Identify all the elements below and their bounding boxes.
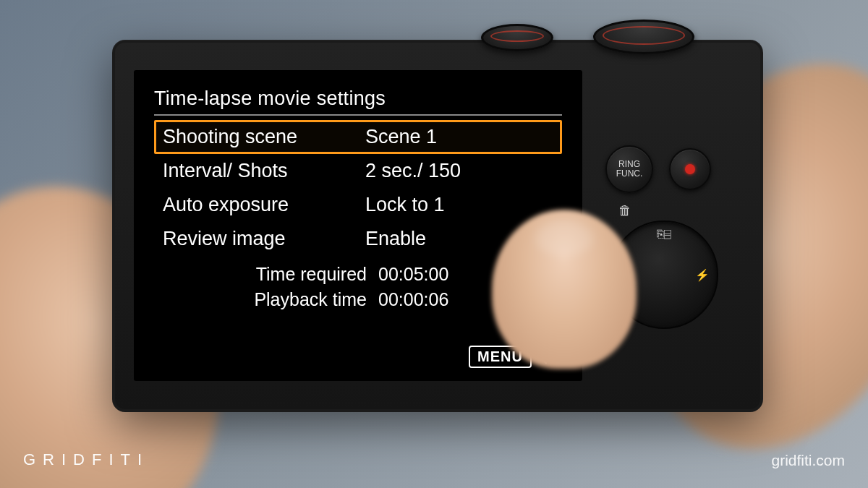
summary-label: Time required: [154, 264, 378, 285]
watermark-brand: GRIDFITI: [23, 450, 149, 469]
menu-item-interval-shots[interactable]: Interval/ Shots 2 sec./ 150: [154, 154, 562, 188]
mode-dial-small[interactable]: [481, 24, 553, 51]
summary-value: 00:05:00: [378, 264, 448, 285]
menu-item-label: Auto exposure: [163, 194, 365, 216]
menu-item-auto-exposure[interactable]: Auto exposure Lock to 1: [154, 188, 562, 222]
menu-item-value: Lock to 1: [365, 194, 553, 216]
watermark-url: gridfiti.com: [771, 452, 845, 469]
menu-item-value: 2 sec./ 150: [365, 160, 553, 182]
camera-body: Time-lapse movie settings Shooting scene…: [112, 40, 763, 412]
menu-title: Time-lapse movie settings: [154, 87, 562, 116]
mode-dial-large[interactable]: [593, 20, 694, 54]
wheel-top-icon: ⎘⌸: [657, 228, 671, 241]
ring-func-label: RING FUNC.: [616, 160, 643, 179]
summary-value: 00:00:06: [378, 289, 448, 310]
menu-item-label: Interval/ Shots: [163, 160, 365, 182]
menu-item-value: Scene 1: [365, 126, 553, 148]
record-button[interactable]: [669, 148, 711, 190]
trash-icon: 🗑: [618, 203, 631, 218]
summary-label: Playback time: [154, 289, 378, 310]
record-dot-icon: [685, 164, 695, 174]
menu-item-label: Shooting scene: [163, 126, 365, 148]
menu-item-shooting-scene[interactable]: Shooting scene Scene 1: [154, 120, 562, 154]
thumb: [492, 210, 637, 369]
menu-item-label: Review image: [163, 228, 365, 250]
wheel-flash-icon: ⚡: [695, 268, 710, 282]
ring-func-button[interactable]: RING FUNC.: [605, 145, 653, 193]
menu-rows: Shooting scene Scene 1 Interval/ Shots 2…: [154, 120, 562, 256]
